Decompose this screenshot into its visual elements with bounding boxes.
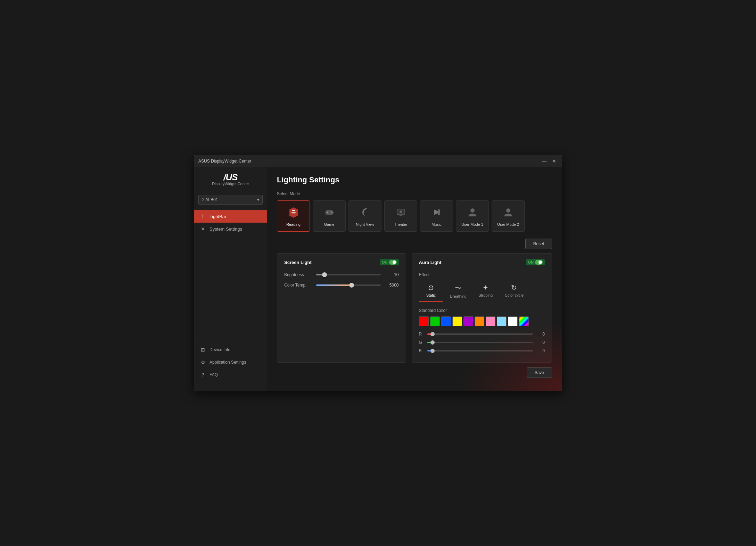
screen-light-header: Screen Light ON <box>284 259 399 265</box>
nightview-mode-icon <box>359 206 371 220</box>
window-title: ASUS DisplayWidget Center <box>198 159 251 164</box>
svg-rect-3 <box>292 214 295 214</box>
main-panel: Lighting Settings Select Mode Reading <box>267 167 562 391</box>
rgb-b-track[interactable] <box>427 350 533 351</box>
brightness-value: 10 <box>385 272 399 277</box>
app-window: ASUS DisplayWidget Center — ✕ /US Displa… <box>194 155 562 391</box>
color-swatch-orange[interactable] <box>475 316 484 326</box>
close-button[interactable]: ✕ <box>551 159 558 164</box>
usermode2-label: User Mode 2 <box>497 222 519 226</box>
color-swatch-pink[interactable] <box>486 316 495 326</box>
strobing-effect-label: Strobing <box>478 293 493 297</box>
brightness-thumb[interactable] <box>322 272 327 277</box>
mode-card-music[interactable]: Music <box>420 200 453 232</box>
app-settings-label: Application Settings <box>209 360 246 365</box>
aura-light-toggle-knob <box>535 260 543 265</box>
color-swatch-green[interactable] <box>430 316 440 326</box>
color-swatch-yellow[interactable] <box>452 316 462 326</box>
device-select[interactable]: 2 ALB01 <box>198 195 263 205</box>
color-swatch-blue[interactable] <box>441 316 451 326</box>
sidebar-item-system-label: System Settings <box>209 226 242 232</box>
rgb-g-track[interactable] <box>427 342 533 343</box>
color-temp-row: Color Temp. 5000 <box>284 283 399 288</box>
screen-light-panel: Screen Light ON Brightness 10 <box>277 253 406 363</box>
color-temp-thumb[interactable] <box>349 283 354 288</box>
mode-card-usermode1[interactable]: User Mode 1 <box>456 200 489 232</box>
main-content: /US DisplayWidget Center 2 ALB01 ▼ T Lig… <box>194 167 562 391</box>
usermode2-icon <box>502 206 515 220</box>
mode-card-game[interactable]: Game <box>313 200 346 232</box>
rgb-b-row: B 0 <box>419 348 545 353</box>
effect-label: Effect <box>419 272 545 277</box>
theater-mode-icon <box>395 206 407 220</box>
device-dropdown[interactable]: 2 ALB01 ▼ <box>198 195 263 205</box>
svg-point-7 <box>330 211 331 212</box>
rgb-g-value: 0 <box>536 340 545 345</box>
effect-row: ⊙ Static 〜 Breathing ✦ Strobing ↻ <box>419 281 545 302</box>
effect-btn-strobing[interactable]: ✦ Strobing <box>474 281 498 302</box>
rgb-r-track[interactable] <box>427 333 533 335</box>
usermode1-icon <box>466 206 479 220</box>
sidebar-subtitle: DisplayWidget Center <box>194 182 267 186</box>
rgb-g-row: G 0 <box>419 340 545 345</box>
rgb-g-thumb[interactable] <box>430 340 435 345</box>
device-info-label: Device Info <box>209 347 230 352</box>
color-swatches <box>419 316 545 326</box>
svg-point-8 <box>331 212 332 213</box>
svg-point-15 <box>470 208 475 213</box>
effect-btn-breathing[interactable]: 〜 Breathing <box>445 281 471 302</box>
svg-point-12 <box>400 210 402 213</box>
color-swatch-lightblue[interactable] <box>497 316 507 326</box>
rgb-b-value: 0 <box>536 348 545 353</box>
strobing-effect-icon: ✦ <box>483 283 488 292</box>
screen-light-toggle[interactable]: ON <box>380 259 399 265</box>
brightness-label: Brightness <box>284 272 312 277</box>
svg-marker-14 <box>438 209 440 215</box>
sidebar-item-app-settings[interactable]: ⚙ Application Settings <box>194 356 267 369</box>
color-swatch-purple[interactable] <box>463 316 473 326</box>
sidebar: /US DisplayWidget Center 2 ALB01 ▼ T Lig… <box>194 167 267 391</box>
title-bar: ASUS DisplayWidget Center — ✕ <box>194 155 562 167</box>
screen-light-toggle-knob <box>389 260 397 265</box>
color-swatch-rainbow[interactable] <box>519 316 529 326</box>
sidebar-item-system-settings[interactable]: ✕ System Settings <box>194 223 267 235</box>
standard-color-label: Standard Color <box>419 308 545 313</box>
color-swatch-red[interactable] <box>419 316 429 326</box>
sidebar-item-lightbar[interactable]: T LightBar <box>194 210 267 223</box>
brightness-row: Brightness 10 <box>284 272 399 277</box>
logo-area: /US DisplayWidget Center <box>194 173 267 191</box>
reset-button[interactable]: Reset <box>525 239 552 249</box>
mode-card-theater[interactable]: Theater <box>384 200 417 232</box>
sidebar-item-faq[interactable]: ? FAQ <box>194 369 267 381</box>
mode-card-reading[interactable]: Reading <box>277 200 310 232</box>
svg-point-16 <box>506 208 510 213</box>
rgb-r-thumb[interactable] <box>430 332 435 336</box>
static-effect-label: Static <box>426 293 436 297</box>
save-button[interactable]: Save <box>527 367 552 378</box>
sidebar-item-device-info[interactable]: ⊞ Device Info <box>194 344 267 356</box>
rgb-r-value: 0 <box>536 332 545 337</box>
sidebar-item-lightbar-label: LightBar <box>209 214 226 219</box>
aura-light-title: Aura Light <box>419 260 442 265</box>
mode-card-usermode2[interactable]: User Mode 2 <box>492 200 525 232</box>
page-title: Lighting Settings <box>277 175 552 184</box>
color-swatch-white[interactable] <box>508 316 518 326</box>
svg-rect-2 <box>291 212 296 213</box>
rgb-b-label: B <box>419 348 424 353</box>
rgb-b-thumb[interactable] <box>430 349 435 353</box>
aura-light-panel: Aura Light ON Effect ⊙ Static <box>412 253 552 363</box>
usermode1-label: User Mode 1 <box>461 222 483 226</box>
minimize-button[interactable]: — <box>540 159 548 164</box>
aura-light-toggle[interactable]: ON <box>526 259 545 265</box>
app-settings-icon: ⚙ <box>200 359 206 365</box>
mode-card-nightview[interactable]: Night View <box>348 200 381 232</box>
color-temp-track[interactable] <box>316 284 381 286</box>
music-mode-label: Music <box>432 222 442 226</box>
lightbar-icon: T <box>200 214 206 219</box>
effect-btn-colorcycle[interactable]: ↻ Color cycle <box>500 281 528 302</box>
aura-light-header: Aura Light ON <box>419 259 545 265</box>
effect-btn-static[interactable]: ⊙ Static <box>419 281 443 302</box>
color-temp-fill <box>316 284 352 286</box>
brightness-track[interactable] <box>316 274 381 275</box>
window-controls: — ✕ <box>540 159 558 164</box>
